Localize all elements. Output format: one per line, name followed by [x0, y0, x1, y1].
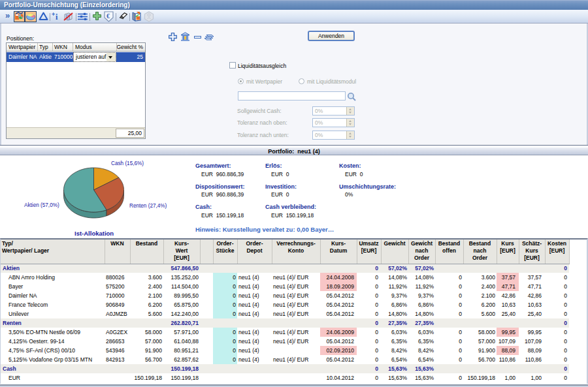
svg-text:€: € — [106, 12, 110, 20]
